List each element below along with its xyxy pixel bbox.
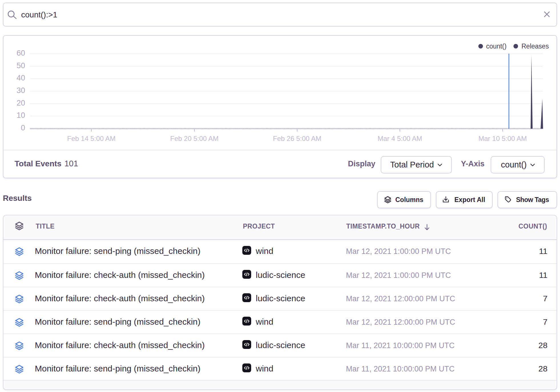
svg-text:Releases: Releases [521, 43, 549, 50]
svg-text:Feb 26 5:00 AM: Feb 26 5:00 AM [273, 135, 321, 142]
svg-text:50: 50 [17, 61, 25, 70]
svg-text:60: 60 [17, 49, 25, 57]
svg-text:40: 40 [17, 74, 25, 82]
svg-text:Mar 10 5:00 AM: Mar 10 5:00 AM [478, 135, 527, 142]
svg-text:Feb 14 5:00 AM: Feb 14 5:00 AM [67, 135, 115, 142]
svg-text:20: 20 [17, 99, 25, 107]
svg-text:10: 10 [17, 111, 25, 120]
svg-text:count(): count() [486, 43, 507, 50]
svg-text:Feb 20 5:00 AM: Feb 20 5:00 AM [170, 135, 218, 142]
svg-text:0: 0 [21, 124, 25, 132]
svg-text:Mar 4 5:00 AM: Mar 4 5:00 AM [378, 135, 422, 142]
svg-text:30: 30 [17, 86, 25, 95]
